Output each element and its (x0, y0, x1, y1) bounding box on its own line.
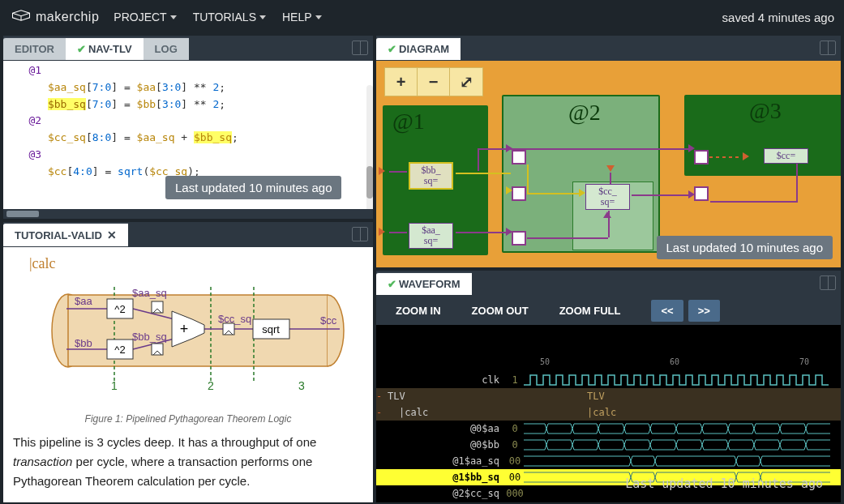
figure-caption: Figure 1: Pipelined Pythagorean Theorem … (13, 410, 363, 433)
tab-log[interactable]: LOG (144, 37, 189, 60)
register-icon[interactable] (694, 150, 709, 164)
register-icon[interactable] (512, 150, 526, 164)
layout-icon[interactable] (820, 275, 836, 290)
diagram-controls: + − ⤢ (384, 67, 483, 96)
waveform-header: ✔WAVEFORM (376, 271, 841, 296)
stage-2-block[interactable]: @2 (502, 95, 660, 253)
menu-tutorials[interactable]: TUTORIALS (193, 11, 266, 23)
svg-text:3: 3 (298, 379, 305, 390)
arrow-icon (506, 228, 512, 236)
prev-button[interactable]: << (651, 300, 683, 322)
tutorial-panel: TUTORIAL-VALID✕ |calc 1 2 3 (3, 222, 373, 502)
wire (389, 171, 407, 173)
tab-tutorial[interactable]: TUTORIAL-VALID✕ (3, 223, 128, 246)
svg-text:2: 2 (208, 379, 214, 390)
logo-icon (10, 8, 32, 26)
wire-highlight (527, 164, 529, 194)
close-icon[interactable]: ✕ (107, 229, 117, 241)
arrow-icon (506, 186, 512, 194)
stage-2-label: @2 (568, 100, 601, 126)
check-icon: ✔ (77, 43, 86, 55)
svg-text:sqrt: sqrt (262, 323, 280, 335)
editor-h-scroll[interactable] (3, 209, 373, 219)
waveform-panel: ✔WAVEFORM ZOOM IN ZOOM OUT ZOOM FULL << … (376, 271, 841, 502)
wf-row-clk[interactable]: clk1 (376, 372, 841, 388)
next-button[interactable]: >> (688, 300, 720, 322)
layout-icon[interactable] (352, 41, 368, 55)
zoom-out-button[interactable]: − (418, 68, 450, 96)
wf-row-aa-sq[interactable]: @1$aa_sq00 (376, 453, 841, 469)
layout-grid: EDITOR ✔NAV-TLV LOG @1 $aa_sq[7:0] = $aa… (0, 34, 844, 504)
sig-cc[interactable]: $cc= (764, 148, 808, 164)
wf-row-aa[interactable]: @0$aa0 (376, 421, 841, 437)
wire-highlight (527, 193, 582, 194)
wire (632, 194, 692, 196)
wire (527, 237, 608, 239)
sig-bb-sq[interactable]: $bb_ sq= (409, 162, 453, 190)
sig-aa-sq[interactable]: $aa_ sq= (409, 223, 453, 249)
wf-row-tlv[interactable]: -TLVTLV (376, 388, 841, 404)
zoom-in-button[interactable]: + (385, 68, 418, 96)
input-marker-icon (606, 165, 615, 172)
expand-button[interactable]: ⤢ (450, 68, 482, 96)
arrow-icon (743, 152, 749, 160)
svg-text:$bb_sq: $bb_sq (132, 331, 167, 343)
register-icon[interactable] (512, 186, 526, 201)
arrow-icon (688, 190, 695, 199)
wire (610, 173, 611, 184)
menu-help[interactable]: HELP (282, 11, 322, 23)
caret-down-icon (315, 15, 322, 19)
wf-row-bb[interactable]: @0$bb0 (376, 437, 841, 453)
arrow-icon (579, 189, 585, 197)
wire (389, 232, 407, 233)
toast-updated: Last updated 10 minutes ago (615, 472, 833, 496)
logo[interactable]: makerchip (10, 8, 99, 26)
check-icon: ✔ (388, 43, 396, 55)
top-bar: makerchip PROJECT TUTORIALS HELP saved 4… (0, 0, 844, 34)
wire (710, 201, 798, 203)
svg-text:+: + (180, 321, 189, 337)
toast-updated: Last updated 10 minutes ago (165, 176, 341, 199)
toast-updated: Last updated 10 minutes ago (657, 236, 833, 259)
svg-text:$cc: $cc (320, 314, 337, 327)
arrow-icon (506, 144, 512, 152)
tab-navtlv[interactable]: ✔NAV-TLV (66, 37, 144, 60)
main-menu: PROJECT TUTORIALS HELP (114, 11, 321, 23)
svg-rect-21 (223, 323, 234, 335)
layout-icon[interactable] (820, 41, 836, 55)
svg-text:^2: ^2 (114, 303, 125, 315)
stage-1-label: @1 (392, 109, 425, 135)
scrollbar-thumb[interactable] (366, 166, 373, 199)
diagram-panel: ✔DIAGRAM + − ⤢ @1 $bb_ sq= $aa_ sq= @2 (376, 36, 841, 267)
waveform-canvas[interactable]: 50 60 70 clk1 -TLVTLV -|calc|calc @0$aa0… (376, 325, 841, 502)
zoom-out-button[interactable]: ZOOM OUT (459, 300, 542, 322)
menu-project[interactable]: PROJECT (114, 11, 176, 23)
zoom-full-button[interactable]: ZOOM FULL (546, 300, 634, 322)
svg-text:^2: ^2 (114, 344, 125, 356)
sig-cc-sq[interactable]: $cc_ sq= (585, 184, 630, 210)
wf-row-cc[interactable]: @3$cc00 (376, 502, 841, 502)
svg-rect-18 (152, 301, 163, 313)
wire-highlight (456, 173, 511, 174)
register-icon[interactable] (694, 186, 709, 201)
wire-dashed (709, 156, 742, 158)
zoom-in-button[interactable]: ZOOM IN (383, 300, 454, 322)
register-icon[interactable] (512, 231, 526, 246)
tab-editor[interactable]: EDITOR (3, 37, 66, 60)
save-status: saved 4 minutes ago (722, 11, 834, 24)
diagram-canvas[interactable]: + − ⤢ @1 $bb_ sq= $aa_ sq= @2 $cc_ sq= (376, 61, 841, 267)
editor-panel: EDITOR ✔NAV-TLV LOG @1 $aa_sq[7:0] = $aa… (3, 36, 373, 219)
wire (478, 148, 479, 171)
wf-row-calc[interactable]: -|calc|calc (376, 404, 841, 421)
waveform-controls: ZOOM IN ZOOM OUT ZOOM FULL << >> (376, 296, 841, 325)
caret-down-icon (259, 15, 266, 19)
tab-waveform[interactable]: ✔WAVEFORM (376, 272, 472, 295)
stage-3-label: @3 (749, 98, 782, 124)
layout-icon[interactable] (352, 227, 368, 241)
calc-label: |calc (29, 255, 363, 272)
tab-diagram[interactable]: ✔DIAGRAM (376, 37, 461, 60)
input-marker-icon (379, 228, 385, 236)
arrow-icon (603, 211, 611, 218)
svg-text:1: 1 (111, 379, 118, 390)
svg-text:$bb: $bb (75, 337, 92, 349)
